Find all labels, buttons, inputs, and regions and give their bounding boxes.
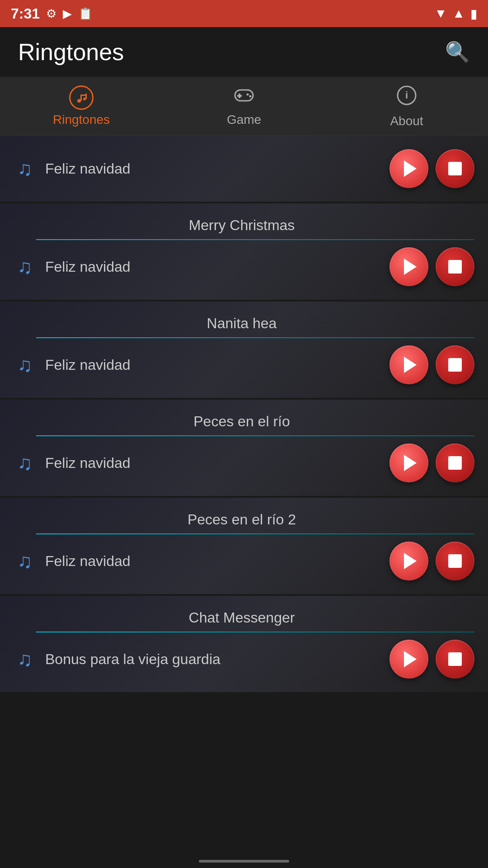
svg-rect-3 <box>85 94 87 99</box>
status-time: 7:31 <box>11 5 40 22</box>
music-note-icon: ♫ <box>9 157 41 180</box>
about-tab-icon: i <box>395 84 418 111</box>
music-note-icon: ♫ <box>9 550 41 572</box>
stop-icon <box>448 162 462 175</box>
play-icon <box>404 455 417 471</box>
music-note-icon: ♫ <box>9 354 41 376</box>
music-note-icon: ♫ <box>9 452 41 474</box>
play-icon: ▶ <box>63 7 72 21</box>
list-item: Nanita hea ♫ Feliz navidad <box>0 302 488 398</box>
song-controls <box>389 640 474 679</box>
stop-icon <box>448 260 462 274</box>
about-tab-label: About <box>390 114 423 128</box>
play-icon <box>404 357 417 373</box>
song-title: Peces en el río <box>193 413 290 430</box>
battery-icon: ▮ <box>470 6 477 21</box>
music-note-icon: ♫ <box>9 648 41 670</box>
stop-icon <box>448 554 462 568</box>
status-bar: 7:31 ⚙ ▶ 📋 ▼ ▲ ▮ <box>0 0 488 27</box>
stop-button[interactable] <box>436 149 474 188</box>
status-left: 7:31 ⚙ ▶ 📋 <box>11 5 93 22</box>
stop-icon <box>448 358 462 372</box>
settings-icon: ⚙ <box>46 7 56 21</box>
song-divider <box>36 632 474 632</box>
list-item: ♫ Feliz navidad <box>0 136 488 202</box>
song-subtitle: Bonus para la vieja guardia <box>45 651 389 668</box>
song-title: Chat Messenger <box>189 609 295 626</box>
home-indicator <box>199 860 289 863</box>
tab-ringtones[interactable]: Ringtones <box>0 77 163 135</box>
stop-button[interactable] <box>436 640 474 679</box>
song-controls <box>389 542 474 580</box>
song-controls <box>389 247 474 286</box>
game-tab-label: Game <box>227 113 261 127</box>
song-list: ♫ Feliz navidad Merry Christmas ♫ Feliz … <box>0 136 488 692</box>
list-item: Chat Messenger ♫ Bonus para la vieja gua… <box>0 596 488 692</box>
stop-icon <box>448 652 462 666</box>
list-item: Peces en el río ♫ Feliz navidad <box>0 400 488 496</box>
svg-point-9 <box>249 95 252 97</box>
song-controls <box>389 149 474 188</box>
play-icon <box>404 553 417 569</box>
tab-about[interactable]: i About <box>325 77 488 135</box>
song-title: Nanita hea <box>207 315 277 332</box>
song-subtitle: Feliz navidad <box>45 160 389 177</box>
stop-button[interactable] <box>436 247 474 286</box>
svg-rect-7 <box>237 95 242 97</box>
play-icon <box>404 160 417 177</box>
svg-text:i: i <box>405 90 408 101</box>
tab-bar: Ringtones Game i About <box>0 77 488 136</box>
wifi-icon: ▼ <box>435 6 447 21</box>
play-button[interactable] <box>389 542 428 580</box>
song-subtitle: Feliz navidad <box>45 357 389 373</box>
play-button[interactable] <box>389 443 428 482</box>
play-button[interactable] <box>389 640 428 679</box>
game-tab-icon <box>233 85 255 110</box>
list-item: Merry Christmas ♫ Feliz navidad <box>0 203 488 300</box>
stop-icon <box>448 456 462 470</box>
status-right: ▼ ▲ ▮ <box>435 6 477 21</box>
song-subtitle: Feliz navidad <box>45 259 389 275</box>
stop-button[interactable] <box>436 443 474 482</box>
music-note-icon: ♫ <box>9 255 41 278</box>
search-icon: 🔍 <box>445 41 470 63</box>
stop-button[interactable] <box>436 345 474 384</box>
ringtones-tab-icon <box>69 85 94 110</box>
app-bar: Ringtones 🔍 <box>0 27 488 77</box>
play-button[interactable] <box>389 247 428 286</box>
song-controls <box>389 345 474 384</box>
song-controls <box>389 443 474 482</box>
song-subtitle: Feliz navidad <box>45 553 389 570</box>
song-divider <box>36 435 474 436</box>
clipboard-icon: 📋 <box>78 7 93 21</box>
svg-rect-4 <box>80 94 87 96</box>
tab-game[interactable]: Game <box>163 77 325 135</box>
signal-icon: ▲ <box>452 6 465 21</box>
song-title: Merry Christmas <box>189 217 295 234</box>
app-title: Ringtones <box>18 38 124 66</box>
ringtones-tab-label: Ringtones <box>53 113 110 127</box>
song-subtitle: Feliz navidad <box>45 455 389 472</box>
play-button[interactable] <box>389 149 428 188</box>
song-title: Peces en el río 2 <box>188 511 296 528</box>
list-item: Peces en el río 2 ♫ Feliz navidad <box>0 498 488 594</box>
search-button[interactable]: 🔍 <box>445 40 470 64</box>
song-divider <box>36 239 474 240</box>
stop-button[interactable] <box>436 542 474 580</box>
play-button[interactable] <box>389 345 428 384</box>
song-divider <box>36 337 474 338</box>
svg-point-0 <box>77 99 81 103</box>
song-divider <box>36 533 474 534</box>
play-icon <box>404 259 417 275</box>
svg-point-8 <box>247 93 249 95</box>
play-icon <box>404 651 417 667</box>
